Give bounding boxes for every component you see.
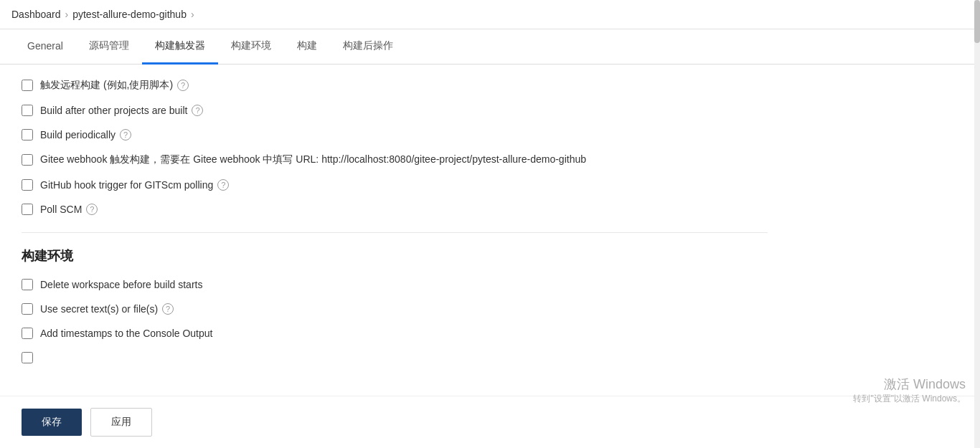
trigger-help-1[interactable]: ? [192,105,203,116]
trigger-label-2: Build periodically [40,129,116,140]
scrollbar-thumb[interactable] [974,0,980,43]
build-env-label-2: Add timestamps to the Console Output [40,328,212,339]
build-env-label-0: Delete workspace before build starts [40,279,202,290]
windows-watermark: 激活 Windows 转到"设置"以激活 Windows。 [853,376,966,395]
trigger-checkbox-4[interactable] [22,179,33,191]
tab-general[interactable]: General [14,30,76,64]
trigger-label-3: Gitee webhook 触发构建，需要在 Gitee webhook 中填写… [40,153,586,166]
build-env-title: 构建环境 [22,247,768,264]
build-env-row-0: Delete workspace before build starts [22,279,768,290]
content-area: 触发远程构建 (例如,使用脚本) ? Build after other pro… [0,65,789,395]
build-env-checkbox-1[interactable] [22,303,33,315]
trigger-label-1: Build after other projects are built [40,105,187,116]
tab-trigger[interactable]: 构建触发器 [142,29,218,65]
trigger-help-2[interactable]: ? [120,129,131,140]
trigger-help-4[interactable]: ? [217,179,229,191]
build-env-row-3 [22,352,768,363]
build-env-help-1[interactable]: ? [162,303,174,315]
trigger-label-5: Poll SCM [40,204,82,215]
scrollbar[interactable] [974,0,980,395]
breadcrumb-dashboard[interactable]: Dashboard [11,9,61,20]
trigger-section: 触发远程构建 (例如,使用脚本) ? Build after other pro… [22,79,768,215]
breadcrumb-project[interactable]: pytest-allure-demo-github [72,9,187,20]
trigger-row-3: Gitee webhook 触发构建，需要在 Gitee webhook 中填写… [22,153,768,166]
build-env-checkbox-2[interactable] [22,328,33,339]
breadcrumb: Dashboard › pytest-allure-demo-github › [0,0,980,29]
build-env-checkbox-3[interactable] [22,352,33,363]
breadcrumb-sep-1: › [65,9,69,20]
trigger-checkbox-2[interactable] [22,129,33,140]
tab-post-build[interactable]: 构建后操作 [330,29,406,65]
build-env-label-1: Use secret text(s) or file(s) [40,303,158,315]
trigger-label-4: GitHub hook trigger for GITScm polling [40,179,213,191]
build-env-checkbox-0[interactable] [22,279,33,290]
section-divider [22,232,768,233]
trigger-help-5[interactable]: ? [86,204,98,215]
trigger-row-4: GitHub hook trigger for GITScm polling ? [22,179,768,191]
tabs-bar: General 源码管理 构建触发器 构建环境 构建 构建后操作 [0,29,980,65]
watermark-line2: 转到"设置"以激活 Windows。 [853,393,966,395]
tab-source[interactable]: 源码管理 [76,29,142,65]
trigger-row-0: 触发远程构建 (例如,使用脚本) ? [22,79,768,92]
watermark-line1: 激活 Windows [853,376,966,393]
trigger-row-1: Build after other projects are built ? [22,105,768,116]
tab-build[interactable]: 构建 [284,29,330,65]
build-env-section: 构建环境 Delete workspace before build start… [22,247,768,363]
trigger-row-2: Build periodically ? [22,129,768,140]
trigger-checkbox-5[interactable] [22,204,33,215]
build-env-row-1: Use secret text(s) or file(s) ? [22,303,768,315]
breadcrumb-sep-2: › [191,9,194,20]
trigger-row-5: Poll SCM ? [22,204,768,215]
build-env-row-2: Add timestamps to the Console Output [22,328,768,339]
trigger-checkbox-0[interactable] [22,80,33,91]
trigger-label-0: 触发远程构建 (例如,使用脚本) [40,79,173,92]
trigger-checkbox-1[interactable] [22,105,33,116]
trigger-help-0[interactable]: ? [177,80,189,91]
tab-build-env[interactable]: 构建环境 [218,29,284,65]
trigger-checkbox-3[interactable] [22,154,33,166]
